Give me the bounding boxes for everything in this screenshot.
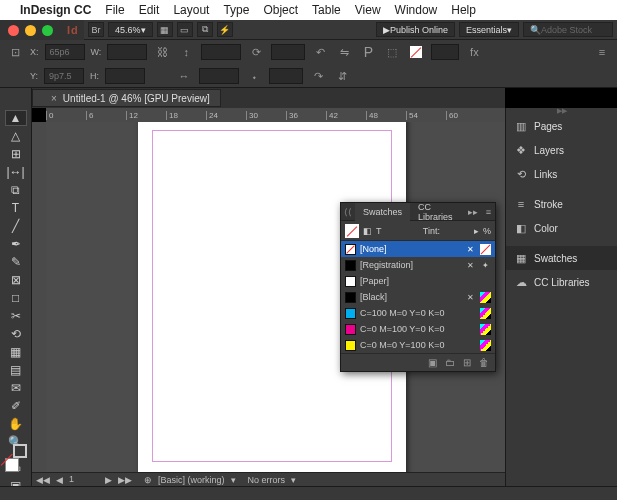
links-panel[interactable]: ⟲Links bbox=[506, 162, 617, 186]
app-name[interactable]: InDesign CC bbox=[20, 3, 91, 17]
hand-tool[interactable]: ✋ bbox=[5, 416, 27, 432]
delete-swatch-icon[interactable]: 🗑 bbox=[479, 357, 489, 368]
paragraph-icon[interactable]: P bbox=[359, 43, 377, 61]
content-collector-tool[interactable]: ⧉ bbox=[5, 182, 27, 198]
swatch-row[interactable]: [Black]✕ bbox=[341, 289, 495, 305]
workspace-switcher[interactable]: Essentials ▾ bbox=[459, 22, 519, 37]
rotate-90-cw-icon[interactable]: ↷ bbox=[309, 67, 327, 85]
menu-type[interactable]: Type bbox=[223, 3, 249, 17]
close-tab-icon[interactable]: × bbox=[51, 93, 57, 104]
zoom-window-icon[interactable] bbox=[42, 25, 53, 36]
type-tool[interactable]: T bbox=[5, 200, 27, 216]
panel-expand-icon[interactable]: ▸▸ bbox=[464, 207, 482, 217]
reference-point-icon[interactable]: ⊡ bbox=[6, 43, 24, 61]
control-panel-menu-icon[interactable]: ≡ bbox=[593, 43, 611, 61]
new-color-group-icon[interactable]: ▣ bbox=[428, 357, 437, 368]
arrange-documents-icon[interactable]: ⧉ bbox=[197, 22, 213, 37]
swatch-row[interactable]: C=0 M=100 Y=0 K=0 bbox=[341, 321, 495, 337]
pencil-tool[interactable]: ✎ bbox=[5, 254, 27, 270]
stroke-weight-field[interactable] bbox=[431, 44, 459, 60]
menu-layout[interactable]: Layout bbox=[173, 3, 209, 17]
view-options-icon[interactable]: ▦ bbox=[157, 22, 173, 37]
flip-v-icon[interactable]: ⇵ bbox=[333, 67, 351, 85]
cc-libraries-tab[interactable]: CC Libraries bbox=[410, 203, 464, 221]
menu-table[interactable]: Table bbox=[312, 3, 341, 17]
prev-spread-icon[interactable]: ◀◀ bbox=[36, 475, 50, 485]
page-number-field[interactable]: 1 bbox=[69, 474, 99, 485]
fill-none-icon[interactable] bbox=[407, 43, 425, 61]
search-stock-input[interactable]: 🔍 Adobe Stock bbox=[523, 22, 613, 37]
gpu-performance-icon[interactable]: ⚡ bbox=[217, 22, 233, 37]
note-tool[interactable]: ✉ bbox=[5, 380, 27, 396]
prev-page-icon[interactable]: ◀ bbox=[56, 475, 63, 485]
rotate-field[interactable] bbox=[271, 44, 305, 60]
free-transform-tool[interactable]: ⟲ bbox=[5, 326, 27, 342]
effects-icon[interactable]: fx bbox=[465, 43, 483, 61]
menu-edit[interactable]: Edit bbox=[139, 3, 160, 17]
gap-tool[interactable]: |↔| bbox=[5, 164, 27, 180]
selection-tool[interactable]: ▲ bbox=[5, 110, 27, 126]
x-field[interactable]: 65p6 bbox=[45, 44, 85, 60]
object-fill-icon[interactable]: ◧ bbox=[363, 226, 372, 236]
fill-none-proxy-icon[interactable] bbox=[345, 224, 359, 238]
shear-field[interactable] bbox=[269, 68, 303, 84]
close-window-icon[interactable] bbox=[8, 25, 19, 36]
line-tool[interactable]: ╱ bbox=[5, 218, 27, 234]
screen-mode-icon[interactable]: ▭ bbox=[177, 22, 193, 37]
stroke-panel[interactable]: ≡Stroke bbox=[506, 192, 617, 216]
rotate-icon[interactable]: ⟳ bbox=[247, 43, 265, 61]
rotate-90-ccw-icon[interactable]: ↶ bbox=[311, 43, 329, 61]
pen-tool[interactable]: ✒ bbox=[5, 236, 27, 252]
scale-x-field[interactable] bbox=[201, 44, 241, 60]
scale-y-field[interactable] bbox=[199, 68, 239, 84]
shear-icon[interactable]: ⬩ bbox=[245, 67, 263, 85]
y-field[interactable]: 9p7.5 bbox=[44, 68, 84, 84]
scissors-tool[interactable]: ✂ bbox=[5, 308, 27, 324]
scale-y-icon[interactable]: ↔ bbox=[175, 67, 193, 85]
tint-field[interactable] bbox=[444, 224, 470, 237]
publish-online-button[interactable]: ▶ Publish Online bbox=[376, 22, 455, 37]
rectangle-tool[interactable]: □ bbox=[5, 290, 27, 306]
cc-libraries-panel-tab[interactable]: ☁CC Libraries bbox=[506, 270, 617, 294]
menu-help[interactable]: Help bbox=[451, 3, 476, 17]
bridge-icon[interactable]: Br bbox=[88, 22, 104, 37]
select-container-icon[interactable]: ⬚ bbox=[383, 43, 401, 61]
swatch-row[interactable]: [Paper] bbox=[341, 273, 495, 289]
panel-menu-icon[interactable]: ≡ bbox=[482, 207, 495, 217]
swatches-panel-tab[interactable]: ▦Swatches bbox=[506, 246, 617, 270]
swatches-tab[interactable]: Swatches bbox=[355, 203, 410, 221]
stroke-proxy-icon[interactable] bbox=[13, 444, 27, 458]
menu-view[interactable]: View bbox=[355, 3, 381, 17]
vertical-ruler[interactable] bbox=[32, 122, 46, 472]
scale-x-icon[interactable]: ↕ bbox=[177, 43, 195, 61]
preset-name[interactable]: [Basic] (working) bbox=[158, 475, 225, 485]
rectangle-frame-tool[interactable]: ⊠ bbox=[5, 272, 27, 288]
menu-file[interactable]: File bbox=[105, 3, 124, 17]
minimize-window-icon[interactable] bbox=[25, 25, 36, 36]
document-tab[interactable]: × Untitled-1 @ 46% [GPU Preview] bbox=[32, 89, 221, 107]
text-fill-icon[interactable]: T bbox=[376, 226, 382, 236]
swatch-row[interactable]: [None]✕ bbox=[341, 241, 495, 257]
zoom-level-dropdown[interactable]: 45.6% ▾ bbox=[108, 22, 153, 37]
tint-stepper-icon[interactable]: ▸ bbox=[474, 226, 479, 236]
flip-h-icon[interactable]: ⇋ bbox=[335, 43, 353, 61]
panel-collapse-icon[interactable]: ⟨⟨ bbox=[341, 207, 355, 217]
swatch-row[interactable]: C=0 M=0 Y=100 K=0 bbox=[341, 337, 495, 353]
next-page-icon[interactable]: ▶ bbox=[105, 475, 112, 485]
new-swatch-icon[interactable]: ⊞ bbox=[463, 357, 471, 368]
pages-panel[interactable]: ▥Pages bbox=[506, 114, 617, 138]
new-folder-icon[interactable]: 🗀 bbox=[445, 357, 455, 368]
errors-label[interactable]: No errors bbox=[248, 475, 286, 485]
open-preflight-icon[interactable]: ⊕ bbox=[144, 475, 152, 485]
menu-object[interactable]: Object bbox=[263, 3, 298, 17]
swatch-row[interactable]: C=100 M=0 Y=0 K=0 bbox=[341, 305, 495, 321]
swatches-panel[interactable]: ⟨⟨ Swatches CC Libraries ▸▸ ≡ ◧ T Tint: … bbox=[340, 202, 496, 372]
fill-proxy-icon[interactable] bbox=[5, 458, 19, 472]
next-spread-icon[interactable]: ▶▶ bbox=[118, 475, 132, 485]
swatch-row[interactable]: [Registration]✕✦ bbox=[341, 257, 495, 273]
menu-window[interactable]: Window bbox=[395, 3, 438, 17]
constrain-icon[interactable]: ⛓ bbox=[153, 43, 171, 61]
w-field[interactable] bbox=[107, 44, 147, 60]
layers-panel[interactable]: ❖Layers bbox=[506, 138, 617, 162]
gradient-swatch-tool[interactable]: ▦ bbox=[5, 344, 27, 360]
